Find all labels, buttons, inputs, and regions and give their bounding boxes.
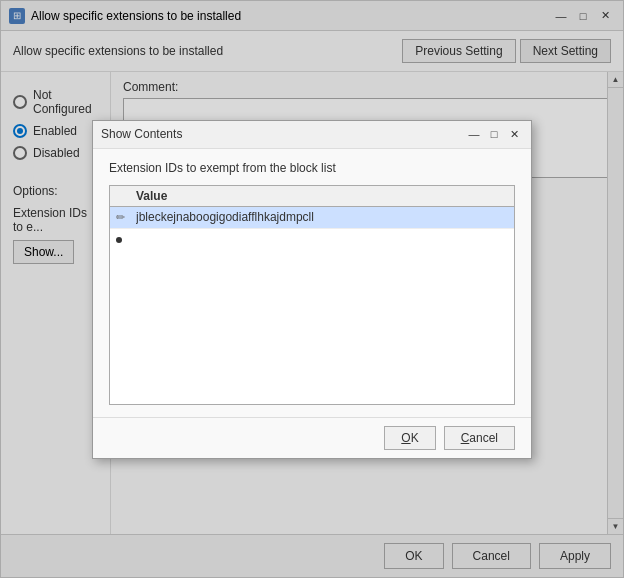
- extension-ids-table[interactable]: Value ✏: [109, 185, 515, 405]
- dialog-close-button[interactable]: ✕: [505, 125, 523, 143]
- dialog-controls: — □ ✕: [465, 125, 523, 143]
- bullet-icon: [116, 237, 122, 243]
- edit-icon: ✏: [116, 211, 136, 224]
- dialog-minimize-button[interactable]: —: [465, 125, 483, 143]
- dialog-cancel-label: C: [461, 431, 470, 445]
- dialog-ok-button[interactable]: OK: [384, 426, 435, 450]
- table-row[interactable]: ✏: [110, 207, 514, 229]
- dialog-ok-label: O: [401, 431, 410, 445]
- main-window: ⊞ Allow specific extensions to be instal…: [0, 0, 624, 578]
- extension-id-input[interactable]: [136, 210, 508, 224]
- dialog-maximize-button[interactable]: □: [485, 125, 503, 143]
- dialog-subtitle: Extension IDs to exempt from the block l…: [109, 161, 515, 175]
- dialog-cancel-button[interactable]: Cancel: [444, 426, 515, 450]
- table-icon-col-header: [116, 189, 136, 203]
- dialog-ok-rest: K: [411, 431, 419, 445]
- table-value-col-header: Value: [136, 189, 508, 203]
- table-header: Value: [110, 186, 514, 207]
- empty-row[interactable]: [110, 229, 514, 251]
- dialog-titlebar: Show Contents — □ ✕: [93, 121, 531, 149]
- show-contents-dialog: Show Contents — □ ✕ Extension IDs to exe…: [92, 120, 532, 459]
- dialog-cancel-rest: ancel: [469, 431, 498, 445]
- modal-overlay: Show Contents — □ ✕ Extension IDs to exe…: [1, 1, 623, 577]
- dialog-title: Show Contents: [101, 127, 182, 141]
- new-extension-id-input[interactable]: [130, 233, 508, 247]
- dialog-footer: OK Cancel: [93, 417, 531, 458]
- dialog-content: Extension IDs to exempt from the block l…: [93, 149, 531, 417]
